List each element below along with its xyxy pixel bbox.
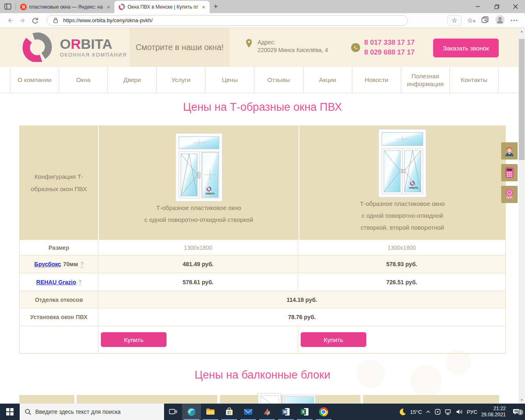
yandex-favicon: Я	[20, 4, 27, 10]
restore-icon[interactable]	[487, 0, 506, 13]
start-button[interactable]	[0, 404, 20, 420]
table-row-slopes: Отделка откосов 114.18 руб.	[20, 291, 505, 308]
forward-icon[interactable]	[16, 14, 29, 27]
calculator-icon	[504, 167, 515, 178]
nav-item-services[interactable]: Услуги	[156, 67, 205, 93]
address-block: Адрес: 220029 Минск Киселёва, 4	[245, 39, 328, 54]
tray-date: 29.08.2021	[481, 412, 506, 418]
windows-taskbar: Введите здесь текст для поиска	[0, 404, 525, 420]
nav-item-prices[interactable]: Цены	[205, 67, 254, 93]
taskbar-edge-button[interactable]	[182, 404, 201, 420]
close-icon[interactable]	[506, 0, 525, 13]
consultant-widget-button[interactable]	[501, 142, 518, 160]
orbita-logo[interactable]: ORBITA ОКОННАЯ КОМПАНИЯ	[21, 32, 127, 62]
tab-close-icon[interactable]: ×	[201, 4, 206, 10]
taskbar-search-input[interactable]: Введите здесь текст для поиска	[20, 404, 164, 420]
back-icon[interactable]	[4, 14, 16, 27]
tab-groups-icon[interactable]	[0, 0, 16, 13]
volume-icon[interactable]	[456, 409, 463, 415]
taskbar-explorer-button[interactable]	[201, 404, 220, 420]
table-row-buy: Купить Купить	[20, 326, 505, 353]
scroll-down-icon[interactable]: ▼	[518, 398, 525, 402]
award-widget-button[interactable]	[501, 186, 518, 203]
window-image-1: ORBITA	[175, 133, 223, 202]
nav-item-news[interactable]: Новости	[352, 67, 401, 93]
orbita-favicon	[119, 4, 125, 10]
table-row-brusbox: Брусбокс 70мм ? 481.49 руб. 578.93 руб.	[20, 255, 505, 273]
balcony-block-image	[258, 393, 316, 404]
taskbar-paint3d-button[interactable]	[258, 404, 276, 420]
help-icon[interactable]: ?	[79, 279, 82, 285]
tab-orbita-active[interactable]: Окна ПВХ в Минске | Купить пл ×	[114, 1, 210, 13]
tablet-mode-icon[interactable]	[434, 409, 441, 415]
table-row-size: Размер 1300x1800 1300x1800	[20, 240, 505, 255]
nav-item-contacts[interactable]: Контакты	[450, 67, 499, 93]
notification-center-button[interactable]: 1	[511, 408, 522, 416]
brand-name: ORBITA	[60, 37, 127, 51]
collections-icon[interactable]	[481, 16, 489, 25]
brusbox-label-cell: Брусбокс 70мм ?	[20, 256, 98, 273]
clock[interactable]: 21:22 29.08.2021	[481, 406, 506, 418]
mail-icon	[243, 407, 253, 417]
buy-button-2[interactable]: Купить	[301, 332, 366, 347]
main-nav: О компании Окна Двери Услуги Цены Отзывы…	[0, 67, 525, 93]
nav-item-info[interactable]: Полезная информация	[401, 67, 450, 93]
phone-number-1[interactable]: 8 017 338 17 17	[364, 38, 415, 48]
window-variant-1-cell: ORBITA Т-образное пластиковое окно с одн…	[99, 126, 299, 240]
nav-item-doors[interactable]: Двери	[107, 67, 156, 93]
profile-avatar[interactable]	[495, 15, 505, 26]
notification-badge: 1	[518, 409, 523, 415]
refresh-icon[interactable]	[29, 14, 41, 27]
scrollbar-thumb[interactable]	[519, 39, 525, 160]
chrome-icon	[319, 407, 328, 416]
file-explorer-icon	[205, 407, 215, 417]
site-header: ORBITA ОКОННАЯ КОМПАНИЯ Смотрите в наши …	[0, 28, 525, 67]
scroll-up-icon[interactable]: ▲	[518, 30, 525, 33]
install-price: 78.76 руб.	[98, 308, 505, 326]
tagline: Смотрите в наши окна!	[130, 28, 230, 67]
rehau-link[interactable]: REHAU Grazio	[36, 279, 76, 285]
nav-item-about[interactable]: О компании	[10, 67, 59, 93]
nav-item-windows[interactable]: Окна	[59, 67, 107, 93]
taskbar-excel-button[interactable]: X	[295, 404, 314, 420]
phone-number-2[interactable]: 8 029 688 17 17	[364, 48, 415, 57]
buy-button-1[interactable]: Купить	[101, 332, 167, 347]
tab-title: Окна ПВХ в Минске | Купить пл	[128, 4, 198, 10]
brusbox-link[interactable]: Брусбокс	[34, 261, 61, 267]
address-bar[interactable]: https://www.orbita.by/ceny/okna-pvkh/	[47, 15, 408, 26]
tab-close-icon[interactable]: ×	[105, 4, 111, 10]
svg-text:ORBITA: ORBITA	[409, 187, 418, 189]
taskbar-word-button[interactable]: W	[276, 404, 295, 420]
weather-moon-icon[interactable]	[398, 408, 406, 416]
empty-cell	[20, 326, 98, 353]
network-icon[interactable]	[445, 409, 452, 415]
window-2-caption: Т-образное пластиковое окно с одной пово…	[360, 198, 445, 233]
rehau-price-1: 578.61 руб.	[98, 273, 298, 291]
menu-icon[interactable]: ···	[511, 17, 518, 24]
browser-toolbar: https://www.orbita.by/ceny/okna-pvkh/ ☆ …	[0, 13, 525, 28]
add-favorite-icon[interactable]: ☆	[447, 15, 461, 26]
page-scrollbar[interactable]: ▲ ▼	[518, 28, 525, 404]
help-icon[interactable]: ?	[80, 261, 83, 267]
temperature[interactable]: 15°C	[410, 409, 422, 415]
window-image-2: ORBITA	[378, 129, 427, 198]
taskbar-chrome-button[interactable]	[314, 404, 333, 420]
brand-subtitle: ОКОННАЯ КОМПАНИЯ	[60, 52, 127, 58]
tray-chevron-icon[interactable]	[426, 409, 431, 414]
task-view-button[interactable]	[164, 404, 182, 420]
new-tab-button[interactable]: +	[210, 0, 222, 13]
calculator-widget-button[interactable]	[501, 164, 518, 181]
favorites-icon[interactable]: ☆≡	[467, 17, 475, 24]
taskbar-store-button[interactable]	[220, 404, 239, 420]
nav-item-promos[interactable]: Акции	[303, 67, 352, 93]
paint3d-icon	[262, 407, 272, 417]
minimize-icon[interactable]	[468, 0, 487, 13]
language-indicator[interactable]: РУС	[467, 409, 477, 415]
orbita-logo-icon	[21, 32, 54, 62]
order-call-button[interactable]: Заказать звонок	[433, 39, 499, 57]
taskbar-mail-button[interactable]	[239, 404, 258, 420]
brusbox-price-2: 578.93 руб.	[298, 256, 505, 273]
nav-item-reviews[interactable]: Отзывы	[254, 67, 303, 93]
tab-yandex[interactable]: Я пластиковые окна — Яндекс: на ×	[16, 1, 114, 13]
search-placeholder: Введите здесь текст для поиска	[35, 409, 121, 415]
